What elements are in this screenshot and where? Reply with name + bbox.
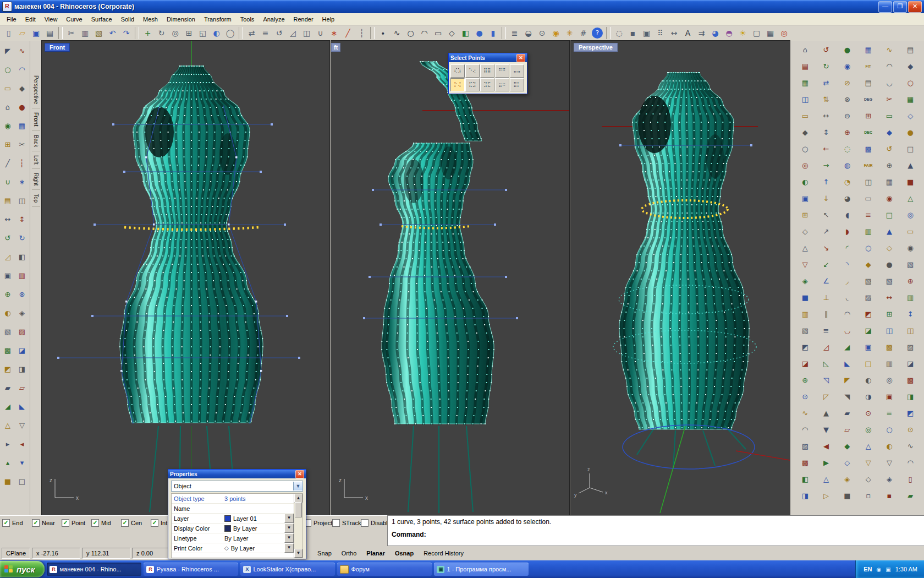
right-tool-2-13-icon[interactable]: ↘: [819, 241, 834, 256]
dropdown-arrow-icon[interactable]: ▼: [284, 514, 294, 523]
render-view-icon[interactable]: ◕: [708, 26, 722, 40]
right-tool-5-1-icon[interactable]: ∿: [882, 42, 897, 58]
right-tool-5-5-icon[interactable]: ▭: [882, 108, 897, 124]
viewport-tab-left[interactable]: Left: [32, 151, 40, 169]
osnap-end[interactable]: ✓End: [2, 519, 23, 527]
save-file-icon[interactable]: ▣: [29, 26, 43, 40]
right-tool-3-23-icon[interactable]: ▰: [840, 406, 855, 421]
right-tool-4-22-icon[interactable]: ◑: [861, 389, 876, 405]
viewport-tab-front[interactable]: Front: [32, 108, 40, 131]
left-tool-47-icon[interactable]: ■: [1, 475, 15, 489]
right-tool-6-7-icon[interactable]: □: [903, 141, 918, 157]
right-tool-4-24-icon[interactable]: ◎: [861, 422, 876, 438]
osnap-near[interactable]: ✓Near: [32, 519, 55, 527]
open-file-icon[interactable]: ▱: [15, 26, 29, 40]
left-tool-24-icon[interactable]: ◧: [15, 250, 29, 264]
right-tool-1-4-icon[interactable]: ◫: [798, 92, 812, 107]
osnap-project[interactable]: Project: [304, 519, 332, 527]
right-tool-6-19-icon[interactable]: ▨: [903, 340, 918, 355]
taskbar-item-2[interactable]: RРукава - Rhinoceros ...: [144, 563, 238, 576]
lock-icon[interactable]: ▪: [626, 26, 640, 40]
right-tool-6-18-icon[interactable]: ◫: [903, 323, 918, 339]
left-tool-31-icon[interactable]: ▧: [1, 325, 15, 339]
right-tool-1-27-icon[interactable]: ◧: [798, 472, 812, 487]
taskbar-item-3[interactable]: XLookStailor X(справо...: [240, 563, 335, 576]
left-tool-35-icon[interactable]: ◩: [1, 362, 15, 377]
left-tool-32-icon[interactable]: ▨: [15, 325, 29, 339]
status-toggle-ortho[interactable]: Ortho: [337, 548, 362, 558]
left-tool-19-icon[interactable]: ↔: [1, 212, 15, 227]
menu-surface[interactable]: Surface: [87, 14, 117, 24]
right-tool-3-25-icon[interactable]: ◆: [840, 439, 855, 454]
cylinder-icon[interactable]: ▮: [486, 26, 500, 40]
left-tool-9-icon[interactable]: ◉: [1, 119, 15, 133]
select-points-tool-2[interactable]: ⠑⢔: [465, 64, 480, 78]
point-icon[interactable]: ∙: [376, 26, 390, 40]
left-tool-15-icon[interactable]: ∪: [1, 175, 15, 189]
pan-icon[interactable]: +: [141, 26, 155, 40]
right-tool-5-18-icon[interactable]: ◫: [882, 323, 897, 339]
menu-render[interactable]: Render: [289, 14, 318, 24]
right-tool-3-1-icon[interactable]: ●: [840, 42, 855, 58]
right-tool-5-11-icon[interactable]: □: [882, 208, 897, 223]
left-viewport-canvas[interactable]: z x: [331, 41, 569, 515]
right-tool-6-25-icon[interactable]: ∿: [903, 439, 918, 454]
named-views-icon[interactable]: ▦: [763, 26, 777, 40]
right-tool-1-20-icon[interactable]: ◪: [798, 356, 812, 372]
menu-tools[interactable]: Tools: [236, 14, 259, 24]
restore-button[interactable]: ❐: [893, 1, 907, 13]
right-tool-2-3-icon[interactable]: ⇄: [819, 75, 834, 91]
left-tool-33-icon[interactable]: ▩: [1, 343, 15, 358]
chevron-down-icon[interactable]: ▼: [293, 482, 302, 490]
grid-snap-icon[interactable]: #: [576, 26, 590, 40]
dropdown-arrow-icon[interactable]: ▼: [284, 543, 294, 553]
right-tool-5-16-icon[interactable]: ↔: [882, 290, 897, 306]
menu-file[interactable]: File: [2, 14, 21, 24]
right-tool-1-16-icon[interactable]: ■: [798, 290, 812, 306]
right-tool-4-2-icon[interactable]: FIT: [861, 59, 876, 74]
perspective-viewport-label[interactable]: Perspective: [574, 43, 618, 52]
right-tool-4-8-icon[interactable]: FAIR: [861, 158, 876, 173]
status-toggle-snap[interactable]: Snap: [312, 548, 337, 558]
right-tool-4-5-icon[interactable]: ⊞: [861, 108, 876, 124]
trim-icon[interactable]: ╱: [341, 26, 355, 40]
left-tool-4-icon[interactable]: ◠: [15, 63, 29, 77]
left-tool-3-icon[interactable]: ○: [1, 63, 15, 77]
dropdown-arrow-icon[interactable]: ▼: [284, 533, 294, 543]
right-tool-3-11-icon[interactable]: ◖: [840, 208, 855, 223]
settings-gear-icon[interactable]: ✳: [563, 26, 576, 40]
hide-icon[interactable]: ◌: [612, 26, 626, 40]
right-tool-6-13-icon[interactable]: ◉: [903, 241, 918, 256]
right-tool-5-13-icon[interactable]: ◇: [882, 241, 897, 256]
menu-transform[interactable]: Transform: [200, 14, 236, 24]
right-tool-2-14-icon[interactable]: ↙: [819, 257, 834, 272]
right-tool-3-13-icon[interactable]: ◜: [840, 241, 855, 256]
right-tool-4-6-icon[interactable]: DEC: [861, 125, 876, 140]
properties-object-selector[interactable]: Object ▼: [171, 481, 303, 492]
gumball-icon[interactable]: ◉: [549, 26, 563, 40]
right-tool-3-6-icon[interactable]: ⊕: [840, 125, 855, 140]
left-tool-42-icon[interactable]: ▽: [15, 418, 29, 433]
status-toggle-osnap[interactable]: Osnap: [390, 548, 419, 558]
left-tool-30-icon[interactable]: ◈: [15, 306, 29, 320]
right-tool-2-28-icon[interactable]: ▷: [819, 488, 834, 504]
right-tool-1-8-icon[interactable]: ◎: [798, 158, 812, 173]
paste-icon[interactable]: ▧: [92, 26, 106, 40]
right-tool-2-10-icon[interactable]: ↓: [819, 191, 834, 206]
right-tool-1-11-icon[interactable]: ⊞: [798, 208, 812, 223]
right-tool-5-12-icon[interactable]: ▲: [882, 224, 897, 239]
right-tool-6-27-icon[interactable]: ▯: [903, 472, 918, 487]
dropdown-arrow-icon[interactable]: ▼: [284, 524, 294, 533]
left-tool-8-icon[interactable]: ●: [15, 100, 29, 114]
help-icon[interactable]: ?: [592, 28, 603, 39]
menu-curve[interactable]: Curve: [62, 14, 86, 24]
status-toggle-planar[interactable]: Planar: [361, 548, 390, 558]
right-tool-2-20-icon[interactable]: ◺: [819, 356, 834, 372]
command-prompt[interactable]: Command:: [392, 531, 920, 538]
right-tool-3-14-icon[interactable]: ◝: [840, 257, 855, 272]
left-tool-40-icon[interactable]: ◣: [15, 400, 29, 414]
osnap-point[interactable]: ✓Point: [62, 519, 85, 527]
taskbar-item-1[interactable]: Rманекен 004 - Rhino...: [47, 563, 141, 576]
right-tool-4-3-icon[interactable]: ▤: [861, 75, 876, 91]
left-tool-45-icon[interactable]: ▴: [1, 456, 15, 470]
